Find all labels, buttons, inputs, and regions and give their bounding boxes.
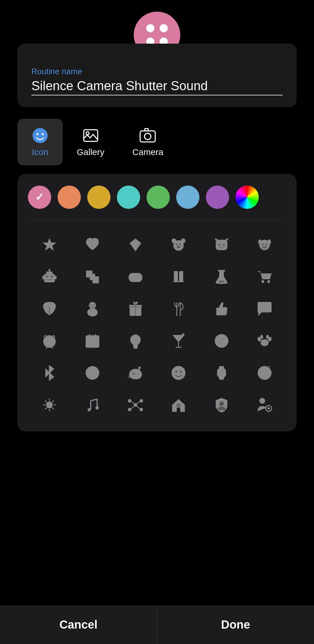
whale-icon — [127, 365, 144, 381]
star-icon-cell[interactable] — [28, 229, 71, 261]
routine-name-label: Routine name — [31, 67, 283, 76]
cocktail-icon-cell[interactable] — [157, 325, 200, 357]
dog-icon-cell[interactable] — [243, 229, 286, 261]
bulb-icon-cell[interactable] — [114, 325, 157, 357]
utensils-icon-cell[interactable] — [157, 293, 200, 325]
swatch-yellow[interactable] — [87, 186, 110, 209]
music-icon-cell[interactable] — [71, 389, 114, 421]
svg-point-126 — [219, 401, 224, 406]
swatch-pink[interactable] — [28, 186, 51, 209]
svg-rect-46 — [179, 281, 184, 282]
paw-icon-cell[interactable] — [243, 325, 286, 357]
svg-point-117 — [140, 399, 143, 403]
cat-icon-cell[interactable] — [200, 229, 243, 261]
face-icon — [170, 365, 187, 381]
icon-picker-panel — [17, 174, 297, 431]
checkcircle-icon-cell[interactable] — [243, 357, 286, 389]
svg-rect-78 — [134, 348, 137, 349]
calendar-icon-cell[interactable] — [71, 325, 114, 357]
svg-point-24 — [262, 243, 264, 245]
svg-point-116 — [128, 399, 131, 403]
nodes-icon — [127, 397, 144, 413]
baby-icon — [84, 301, 101, 317]
svg-point-0 — [33, 128, 48, 143]
svg-point-13 — [176, 243, 178, 245]
tab-icon-label: Icon — [32, 147, 49, 157]
alarm-icon-cell[interactable] — [28, 325, 71, 357]
flask-icon-cell[interactable] — [200, 261, 243, 293]
svg-rect-7 — [145, 129, 148, 131]
smart-home-icon-cell[interactable] — [157, 389, 200, 421]
leaf-icon-cell[interactable] — [28, 293, 71, 325]
swatch-orange[interactable] — [58, 186, 81, 209]
svg-point-42 — [136, 277, 138, 278]
svg-marker-8 — [42, 238, 56, 251]
tab-camera[interactable]: Camera — [118, 119, 177, 165]
svg-point-125 — [178, 405, 179, 406]
cocktail-icon — [170, 333, 187, 349]
diamond-icon-cell[interactable] — [114, 229, 157, 261]
svg-line-135 — [270, 410, 271, 411]
whale-icon-cell[interactable] — [114, 357, 157, 389]
baby-icon-cell[interactable] — [71, 293, 114, 325]
tab-icon[interactable]: Icon — [17, 119, 63, 165]
swatch-green[interactable] — [147, 186, 170, 209]
svg-point-50 — [267, 280, 270, 283]
cart-icon-cell[interactable] — [243, 261, 286, 293]
chat-icon-cell[interactable] — [243, 293, 286, 325]
svg-line-110 — [45, 408, 47, 409]
image-source-tabs: Icon Gallery Camera — [17, 119, 297, 165]
svg-rect-47 — [218, 270, 225, 272]
svg-point-118 — [128, 408, 131, 411]
gamepad-icon-cell[interactable] — [114, 261, 157, 293]
bear-icon-cell[interactable] — [157, 229, 200, 261]
swatch-blue[interactable] — [176, 186, 199, 209]
svg-point-53 — [87, 308, 98, 316]
svg-point-20 — [223, 244, 225, 246]
person-gear-icon-cell[interactable] — [243, 389, 286, 421]
robot-icon-cell[interactable] — [28, 261, 71, 293]
gift-icon-cell[interactable] — [114, 293, 157, 325]
puzzle-icon — [84, 269, 101, 285]
svg-point-25 — [265, 243, 267, 245]
cancel-button[interactable]: Cancel — [0, 605, 157, 644]
svg-line-123 — [137, 406, 140, 409]
svg-line-120 — [131, 401, 134, 404]
svg-line-68 — [46, 347, 47, 348]
face-icon-cell[interactable] — [157, 357, 200, 389]
svg-rect-28 — [47, 272, 52, 274]
music-icon — [84, 397, 101, 413]
swatch-gradient[interactable] — [236, 186, 259, 209]
clock-icon-cell[interactable] — [71, 357, 114, 389]
watch-icon-cell[interactable] — [200, 357, 243, 389]
basketball-icon-cell[interactable] — [200, 325, 243, 357]
thumbsup-icon-cell[interactable] — [200, 293, 243, 325]
routine-name-input[interactable] — [31, 79, 283, 95]
swatch-teal[interactable] — [117, 186, 140, 209]
svg-rect-75 — [93, 341, 95, 343]
svg-rect-32 — [55, 276, 56, 279]
svg-point-114 — [95, 406, 99, 410]
shield-person-icon-cell[interactable] — [200, 389, 243, 421]
puzzle-icon-cell[interactable] — [71, 261, 114, 293]
svg-rect-34 — [51, 276, 53, 277]
svg-point-86 — [261, 339, 269, 346]
svg-point-14 — [179, 243, 181, 245]
svg-point-11 — [172, 239, 176, 243]
swatch-purple[interactable] — [206, 186, 229, 209]
bluetooth-icon-cell[interactable] — [28, 357, 71, 389]
tab-gallery[interactable]: Gallery — [63, 119, 118, 165]
sun-icon-cell[interactable] — [28, 389, 71, 421]
nodes-icon-cell[interactable] — [114, 389, 157, 421]
flask-icon — [213, 269, 230, 285]
drinks-icon-cell[interactable] — [157, 261, 200, 293]
divider — [28, 219, 286, 220]
bulb-icon — [127, 333, 144, 349]
heart-icon-cell[interactable] — [71, 229, 114, 261]
svg-point-23 — [267, 239, 271, 245]
svg-point-19 — [218, 244, 220, 246]
done-button[interactable]: Done — [157, 605, 314, 644]
svg-line-109 — [52, 401, 54, 402]
svg-point-119 — [140, 408, 143, 411]
tab-camera-label: Camera — [132, 147, 163, 157]
